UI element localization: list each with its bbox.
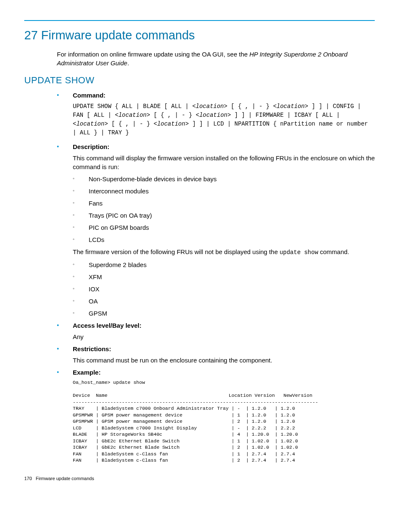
footer-page: 170 bbox=[24, 476, 32, 481]
label-description: Description: bbox=[73, 142, 110, 151]
command-syntax: UPDATE SHOW { ALL | BLADE [ ALL | <locat… bbox=[73, 102, 375, 137]
list-item-text: LCDs bbox=[89, 235, 105, 244]
intro-paragraph: For information on online firmware updat… bbox=[57, 50, 375, 67]
intro-text: For information on online firmware updat… bbox=[57, 51, 249, 58]
list-not-displayed: ◦Superdome 2 blades◦XFM◦IOX◦OA◦GPSM bbox=[73, 260, 375, 318]
list-item: ◦LCDs bbox=[73, 235, 375, 244]
access-text: Any bbox=[73, 332, 375, 341]
footer-text: Firmware update commands bbox=[36, 476, 94, 481]
label-command: Command: bbox=[73, 91, 105, 100]
circle-bullet-icon: ◦ bbox=[73, 187, 89, 195]
description-mid: The firmware version of the following FR… bbox=[73, 247, 375, 257]
list-item: ◦Interconnect modules bbox=[73, 187, 375, 195]
circle-bullet-icon: ◦ bbox=[73, 297, 89, 306]
list-item: ◦OA bbox=[73, 297, 375, 306]
list-item-text: PIC on GPSM boards bbox=[89, 223, 149, 232]
page-title: 27 Firmware update commands bbox=[24, 27, 375, 44]
circle-bullet-icon: ◦ bbox=[73, 272, 89, 281]
list-item-text: XFM bbox=[89, 272, 102, 281]
circle-bullet-icon: ◦ bbox=[73, 211, 89, 220]
example-output: Oa_host_name> update show Device Name Lo… bbox=[73, 379, 375, 464]
circle-bullet-icon: ◦ bbox=[73, 285, 89, 293]
list-item-text: Interconnect modules bbox=[89, 187, 148, 195]
list-item: ◦XFM bbox=[73, 272, 375, 281]
list-item: ◦Non-Superdome-blade devices in device b… bbox=[73, 175, 375, 183]
circle-bullet-icon: ◦ bbox=[73, 223, 89, 232]
circle-bullet-icon: ◦ bbox=[73, 309, 89, 318]
list-displayed: ◦Non-Superdome-blade devices in device b… bbox=[73, 175, 375, 244]
circle-bullet-icon: ◦ bbox=[73, 260, 89, 269]
label-restrictions: Restrictions: bbox=[73, 344, 111, 353]
bullet-icon: • bbox=[57, 321, 73, 330]
list-item-text: GPSM bbox=[89, 309, 107, 318]
list-item-text: Fans bbox=[89, 199, 102, 208]
list-item-text: IOX bbox=[89, 285, 100, 293]
list-item-text: OA bbox=[89, 297, 98, 306]
bullet-icon: • bbox=[57, 142, 73, 151]
bullet-icon: • bbox=[57, 344, 73, 353]
bullet-icon: • bbox=[57, 368, 73, 377]
section-heading: Update Show bbox=[24, 74, 375, 87]
bullet-icon: • bbox=[57, 91, 73, 100]
list-item: ◦Trays (PIC on OA tray) bbox=[73, 211, 375, 220]
page-footer: 170 Firmware update commands bbox=[24, 475, 375, 482]
label-example: Example: bbox=[73, 368, 101, 377]
circle-bullet-icon: ◦ bbox=[73, 235, 89, 244]
list-item-text: Trays (PIC on OA tray) bbox=[89, 211, 152, 220]
list-item-text: Non-Superdome-blade devices in device ba… bbox=[89, 175, 217, 183]
list-item: ◦IOX bbox=[73, 285, 375, 293]
intro-suffix: . bbox=[127, 59, 129, 67]
list-item: ◦Superdome 2 blades bbox=[73, 260, 375, 269]
circle-bullet-icon: ◦ bbox=[73, 175, 89, 183]
description-intro: This command will display the firmware v… bbox=[73, 154, 375, 171]
list-item: ◦PIC on GPSM boards bbox=[73, 223, 375, 232]
label-access: Access level/Bay level: bbox=[73, 321, 141, 330]
list-item: ◦Fans bbox=[73, 199, 375, 208]
circle-bullet-icon: ◦ bbox=[73, 199, 89, 208]
top-rule bbox=[24, 20, 375, 21]
list-item: ◦GPSM bbox=[73, 309, 375, 318]
restrictions-text: This command must be run on the enclosur… bbox=[73, 356, 375, 365]
list-item-text: Superdome 2 blades bbox=[89, 260, 146, 269]
